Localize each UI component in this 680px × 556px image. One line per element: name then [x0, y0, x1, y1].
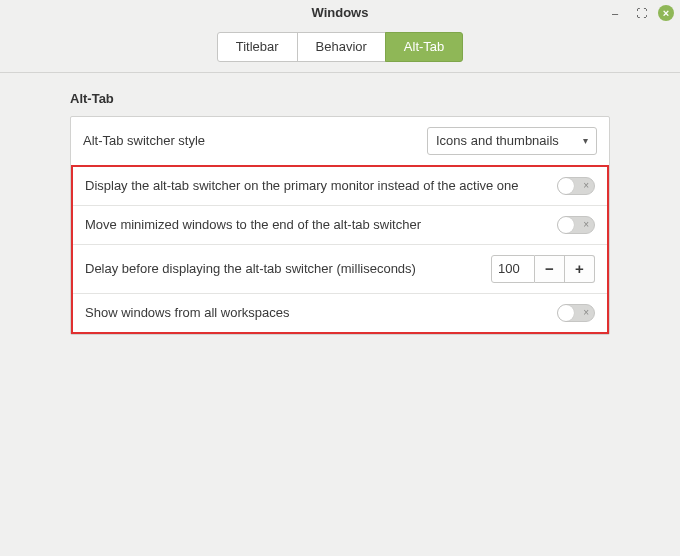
toggle-move-minimized[interactable]: × — [557, 216, 595, 234]
toggle-all-workspaces[interactable]: × — [557, 304, 595, 322]
close-button[interactable]: × — [658, 5, 674, 21]
titlebar: Windows – ⛶ × — [0, 0, 680, 26]
toggle-knob — [558, 217, 574, 233]
toggle-off-icon: × — [583, 220, 589, 230]
tab-bar: Titlebar Behavior Alt-Tab — [0, 26, 680, 73]
tab-behavior[interactable]: Behavior — [297, 32, 386, 62]
label-all-workspaces: Show windows from all workspaces — [85, 305, 557, 320]
stepper-delay: 100 − + — [491, 255, 595, 283]
row-delay: Delay before displaying the alt-tab swit… — [73, 245, 607, 294]
minimize-icon: – — [612, 7, 618, 19]
maximize-icon: ⛶ — [636, 7, 647, 19]
toggle-knob — [558, 305, 574, 321]
combo-value: Icons and thumbnails — [436, 133, 559, 148]
chevron-down-icon: ▾ — [583, 135, 588, 146]
plus-icon: + — [575, 260, 584, 277]
delay-value[interactable]: 100 — [491, 255, 535, 283]
tab-alt-tab[interactable]: Alt-Tab — [385, 32, 463, 62]
delay-increment-button[interactable]: + — [565, 255, 595, 283]
label-primary-monitor: Display the alt-tab switcher on the prim… — [85, 178, 557, 193]
label-delay: Delay before displaying the alt-tab swit… — [85, 261, 491, 276]
highlighted-rows: Display the alt-tab switcher on the prim… — [71, 165, 609, 334]
row-move-minimized: Move minimized windows to the end of the… — [73, 206, 607, 245]
minus-icon: − — [545, 260, 554, 277]
window-controls: – ⛶ × — [606, 4, 674, 22]
toggle-off-icon: × — [583, 308, 589, 318]
section-title: Alt-Tab — [70, 91, 610, 106]
content-area: Alt-Tab Alt-Tab switcher style Icons and… — [0, 73, 680, 335]
delay-decrement-button[interactable]: − — [535, 255, 565, 283]
row-primary-monitor: Display the alt-tab switcher on the prim… — [73, 167, 607, 206]
toggle-knob — [558, 178, 574, 194]
row-switcher-style: Alt-Tab switcher style Icons and thumbna… — [71, 117, 609, 166]
combo-switcher-style[interactable]: Icons and thumbnails ▾ — [427, 127, 597, 155]
window-root: Windows – ⛶ × Titlebar Behavior Alt-Tab … — [0, 0, 680, 556]
toggle-primary-monitor[interactable]: × — [557, 177, 595, 195]
close-icon: × — [663, 7, 669, 19]
tab-titlebar[interactable]: Titlebar — [217, 32, 298, 62]
minimize-button[interactable]: – — [606, 4, 624, 22]
toggle-off-icon: × — [583, 181, 589, 191]
window-title: Windows — [312, 5, 369, 20]
label-move-minimized: Move minimized windows to the end of the… — [85, 217, 557, 232]
label-switcher-style: Alt-Tab switcher style — [83, 133, 427, 148]
settings-panel: Alt-Tab switcher style Icons and thumbna… — [70, 116, 610, 335]
tab-group: Titlebar Behavior Alt-Tab — [217, 32, 464, 62]
maximize-button[interactable]: ⛶ — [632, 4, 650, 22]
row-all-workspaces: Show windows from all workspaces × — [73, 294, 607, 332]
